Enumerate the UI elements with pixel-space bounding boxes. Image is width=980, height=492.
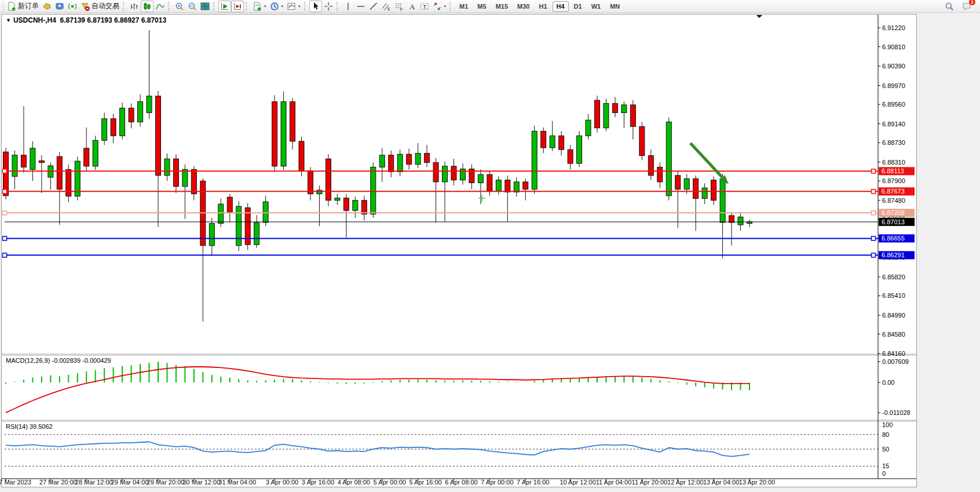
timeframe-mn-button[interactable]: MN	[606, 1, 624, 12]
auto-scroll-icon	[220, 2, 229, 11]
vertical-line-button[interactable]	[342, 1, 354, 12]
zoom-in-button[interactable]	[173, 1, 186, 12]
fibonacci-button[interactable]: F	[393, 1, 405, 12]
arrows-button[interactable]: ▾	[431, 1, 448, 12]
chart-shift-button[interactable]	[231, 1, 244, 12]
crosshair-icon	[324, 2, 333, 11]
support-line-blue-1-handle[interactable]	[3, 236, 7, 240]
vertical-line-icon	[343, 2, 353, 11]
timeframe-m5-button[interactable]: M5	[473, 1, 490, 12]
resistance-line-2-handle[interactable]	[3, 189, 7, 194]
horizontal-line-icon	[356, 2, 365, 11]
fibonacci-icon: F	[394, 2, 404, 11]
periods-button[interactable]: ▾	[268, 1, 286, 12]
toolbar-separator	[449, 2, 453, 11]
toolbar-separator	[337, 2, 340, 11]
macd-indicator-label: MACD(12,26,9) -0.002839 -0.000429	[6, 357, 111, 364]
rsi-indicator-label: RSI(14) 39.5062	[6, 423, 53, 430]
mql-editor-icon	[42, 2, 52, 11]
toolbar-separator	[304, 2, 308, 11]
mql-editor-button[interactable]	[41, 1, 53, 12]
chevron-down-icon: ▾	[444, 4, 447, 9]
text-label-button[interactable]: T	[418, 1, 431, 12]
candlestick-chart-button[interactable]	[141, 1, 153, 12]
tile-windows-icon	[200, 2, 210, 11]
chevron-down-icon: ▾	[281, 4, 284, 9]
community-icon	[55, 2, 64, 11]
candlestick-chart-icon	[142, 2, 152, 11]
chart-title: ▼USDCNH-,H4 6.87139 6.87193 6.86927 6.87…	[6, 16, 166, 24]
auto-trading-button[interactable]: 自动交易	[79, 1, 121, 12]
indicators-list-icon	[253, 2, 262, 11]
chart-title-collapse-icon[interactable]: ▼	[6, 17, 11, 23]
resistance-line-2-handle[interactable]	[872, 189, 876, 194]
cursor-button[interactable]	[309, 1, 322, 12]
timeframe-h4-button[interactable]: H4	[553, 1, 569, 12]
toolbar-separator	[3, 1, 3, 12]
text-icon: A	[407, 2, 416, 11]
templates-icon	[287, 2, 296, 11]
horizontal-line-button[interactable]	[354, 1, 367, 12]
community-button[interactable]	[53, 1, 66, 12]
toolbar-separator	[213, 2, 217, 11]
text-button[interactable]: A	[405, 1, 418, 12]
support-line-blue-2-handle[interactable]	[3, 253, 7, 257]
signals-button[interactable]	[66, 1, 79, 12]
resistance-line-1-handle[interactable]	[872, 169, 876, 173]
tile-windows-button[interactable]	[199, 1, 211, 12]
bar-chart-icon	[130, 2, 139, 11]
support-line-salmon-handle[interactable]	[3, 211, 7, 215]
timeframe-m1-button[interactable]: M1	[455, 1, 472, 12]
new-order-icon	[7, 2, 16, 11]
periods-icon	[270, 2, 279, 11]
toolbar-right: 1	[943, 1, 979, 12]
notification-badge: 1	[969, 0, 975, 5]
equidistant-channel-icon: E	[382, 2, 391, 11]
timeframe-h1-button[interactable]: H1	[535, 1, 551, 12]
text-label-icon: T	[420, 2, 429, 11]
chart-symbol-period: USDCNH-,H4	[13, 16, 56, 24]
search-button[interactable]	[943, 1, 956, 12]
zoom-out-icon	[188, 2, 197, 11]
chat-button[interactable]: 1	[960, 1, 973, 12]
search-icon	[945, 2, 954, 11]
bar-chart-button[interactable]	[128, 1, 141, 12]
chart-shift-icon	[233, 2, 242, 11]
arrows-icon	[433, 2, 442, 11]
equidistant-channel-button[interactable]: E	[380, 1, 393, 12]
timeframe-m15-button[interactable]: M15	[492, 1, 512, 12]
svg-text:A: A	[409, 2, 415, 11]
auto-scroll-button[interactable]	[218, 1, 231, 12]
toolbar-separator	[246, 2, 249, 11]
new-order-label: 新订单	[18, 1, 39, 11]
support-line-salmon-handle[interactable]	[872, 211, 876, 215]
templates-button[interactable]: ▾	[285, 1, 302, 12]
svg-text:T: T	[423, 3, 426, 9]
support-line-blue-2-handle[interactable]	[872, 253, 876, 257]
signals-icon	[68, 2, 77, 11]
chart-ohlc-values: 6.87139 6.87193 6.86927 6.87013	[60, 16, 167, 24]
timeframe-d1-button[interactable]: D1	[570, 1, 586, 12]
cursor-icon	[311, 2, 320, 11]
chevron-down-icon: ▾	[298, 4, 301, 9]
timeframe-m30-button[interactable]: M30	[513, 1, 533, 12]
trendline-button[interactable]	[367, 1, 380, 12]
indicators-list-button[interactable]: ▾	[251, 1, 268, 12]
toolbar-separator	[168, 2, 171, 11]
svg-text:E: E	[387, 7, 390, 11]
new-order-button[interactable]: 新订单	[5, 1, 41, 12]
resistance-line-1-handle[interactable]	[3, 169, 7, 173]
svg-text:F: F	[400, 7, 403, 11]
zoom-out-button[interactable]	[186, 1, 199, 12]
zoom-in-icon	[175, 2, 184, 11]
auto-trading-label: 自动交易	[92, 1, 119, 11]
line-chart-button[interactable]	[153, 1, 166, 12]
main-toolbar: 新订单自动交易▾▾▾EFAT▾M1M5M15M30H1H4D1W1MN1	[0, 0, 980, 13]
support-line-blue-1-handle[interactable]	[872, 236, 876, 240]
chart-window	[1, 14, 917, 487]
auto-trading-icon	[81, 2, 90, 11]
toolbar-separator	[123, 2, 126, 11]
crosshair-button[interactable]	[322, 1, 335, 12]
line-chart-icon	[155, 2, 164, 11]
timeframe-w1-button[interactable]: W1	[587, 1, 605, 12]
